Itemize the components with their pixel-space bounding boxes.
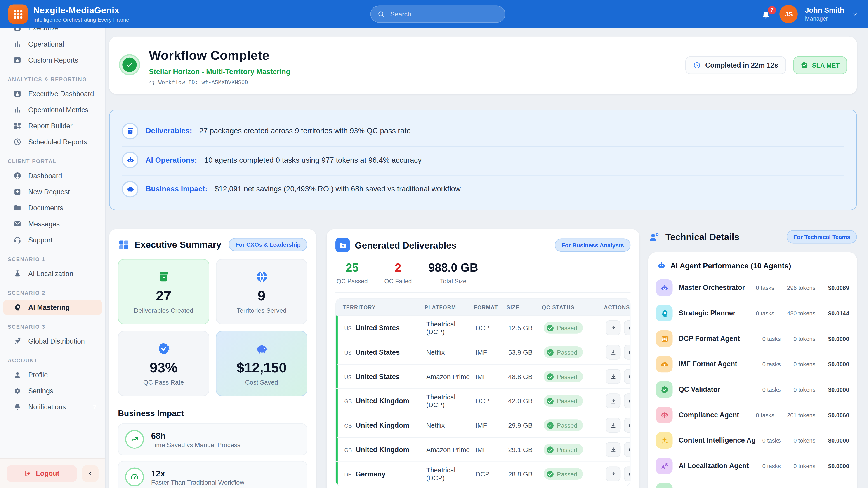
globe-icon [255,270,268,283]
sidebar-item-notifications[interactable]: Notifications7 [3,399,102,414]
sidebar-section-label: ACCOUNT [8,357,105,363]
sidebar-section-label: CLIENT PORTAL [8,158,105,164]
summary-row: Business Impact:$12,091 net savings (20,… [122,175,844,202]
chart-tile-icon [13,28,22,32]
workflow-id: Workflow ID: wf-A5MXBVKNS0D [158,80,248,86]
format-cell: DCP [475,324,508,332]
territory-code: GB [344,447,352,453]
sidebar-item-messages[interactable]: Messages [3,217,102,231]
download-button[interactable] [606,466,620,481]
user-role: Manager [805,15,844,22]
sidebar-item-report-builder[interactable]: Report Builder [3,119,102,133]
sidebar-item-executive-dashboard[interactable]: Executive Dashboard [3,86,102,101]
download-button[interactable] [606,393,620,408]
top-header: Nexgile-MediaGenix Intelligence Orchestr… [0,0,868,28]
sidebar-item-label: New Request [28,188,70,195]
generated-deliverables-card: Generated Deliverables For Business Anal… [327,229,640,488]
view-button[interactable] [624,442,630,457]
agent-tokens: 0 tokens [794,335,815,342]
agent-tokens: 0 tokens [794,386,815,393]
logout-button[interactable]: Logout [6,465,77,482]
sidebar-item-executive[interactable]: Executive [3,28,102,35]
agent-icon-tile [656,432,673,449]
sidebar-footer: Logout [0,458,105,488]
sidebar-item-operational[interactable]: Operational [3,37,102,52]
agent-tokens: 201 tokens [787,412,815,418]
metric-card: 27Deliverables Created [118,259,209,324]
sidebar-item-operational-metrics[interactable]: Operational Metrics [3,102,102,117]
sidebar-item-label: Report Builder [28,122,72,130]
sidebar-item-settings[interactable]: Settings [3,383,102,398]
check-circle-icon [547,422,554,428]
sidebar-item-custom-reports[interactable]: Custom Reports [3,53,102,68]
view-button[interactable] [624,369,630,384]
sidebar-item-ai-mastering[interactable]: AI Mastering [3,300,102,315]
sidebar-item-global-distribution[interactable]: Global Distribution [3,334,102,349]
search-input[interactable] [389,10,498,19]
agent-icon-tile [656,280,673,296]
scale-icon [660,411,669,419]
sidebar-item-label: Operational [28,40,64,48]
table-body: USUnited StatesTheatrical (DCP)DCP12.5 G… [336,315,630,486]
search-bar[interactable] [370,5,505,23]
sidebar-item-label: Settings [28,387,53,395]
executive-summary-header: Executive Summary For CXOs & Leadership [118,238,307,251]
agent-row: IMF Format Agent0 tasks0 tokens$0.0000 [656,353,849,375]
sidebar-item-dashboard[interactable]: Dashboard [3,168,102,183]
view-button[interactable] [624,466,630,481]
sla-met-pill: SLA MET [793,57,847,74]
download-button[interactable] [606,442,620,457]
eye-dot-icon [628,422,630,428]
notifications-button[interactable]: 7 [761,8,772,20]
audience-badge-analysts: For Business Analysts [555,238,630,252]
territory-name: United Kingdom [356,446,409,453]
view-button[interactable] [624,320,630,335]
download-button[interactable] [606,418,620,433]
download-button[interactable] [606,345,620,360]
metric-label: QC Pass Rate [143,379,184,385]
size-cell: 53.9 GB [508,348,544,356]
download-button[interactable] [606,369,620,384]
app-logo[interactable] [8,4,28,24]
sidebar-item-new-request[interactable]: New Request [3,184,102,199]
territory-name: United Kingdom [356,421,409,429]
impact-icon-circle [125,430,144,449]
agent-name: DCP Format Agent [679,335,756,343]
agent-row: DCP Format Agent0 tasks0 tokens$0.0000 [656,328,849,350]
logout-label: Logout [36,469,59,477]
table-row: GBUnited KingdomAmazon PrimeIMF29.1 GBPa… [336,437,630,462]
agent-tokens: 480 tokens [787,310,815,316]
metric-card: $12,150Cost Saved [216,331,307,396]
impact-icon-circle [125,467,144,486]
sidebar-item-support[interactable]: Support [3,232,102,248]
view-button[interactable] [624,418,630,433]
chevron-down-icon[interactable] [851,11,858,18]
agent-icon-tile [656,381,673,398]
qc-status-badge: Passed [544,419,583,431]
view-button[interactable] [624,345,630,360]
summary-icon-circle [122,123,138,139]
size-cell: 28.8 GB [508,470,544,478]
download-icon [610,398,616,404]
download-button[interactable] [606,320,620,335]
mail-icon [13,220,22,228]
sidebar-item-ai-localization[interactable]: AI Localization [3,266,102,281]
workflow-success-badge [119,54,140,75]
sidebar-item-label: Scheduled Reports [28,138,87,146]
seal-check-icon [660,385,669,394]
agent-cost: $0.0000 [828,386,849,393]
engineer-icon [648,231,660,243]
user-meta: John Smith Manager [805,6,844,22]
business-impact-list: 68hTime Saved vs Manual Process12xFaster… [118,423,307,488]
avatar[interactable]: JS [780,5,798,23]
view-button[interactable] [624,393,630,408]
sidebar-collapse-button[interactable] [82,465,98,482]
territory-name: United Kingdom [356,397,409,404]
metric-value: 9 [258,287,266,303]
sidebar-item-scheduled-reports[interactable]: Scheduled Reports [3,134,102,149]
deliverables-table: TERRITORYPLATFORMFORMATSIZEQC STATUSACTI… [336,298,630,486]
sidebar: ExecutiveOperationalCustom ReportsANALYT… [0,28,106,488]
agent-name: QC Validator [679,386,756,393]
sidebar-item-documents[interactable]: Documents [3,200,102,215]
sidebar-item-profile[interactable]: Profile [3,367,102,382]
